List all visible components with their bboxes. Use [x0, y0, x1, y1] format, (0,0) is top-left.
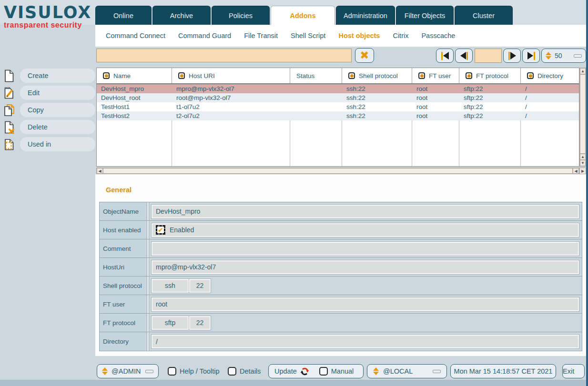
scroll-up-icon[interactable]: ▲: [580, 154, 586, 160]
enabled-checkbox[interactable]: ✔: [156, 225, 165, 235]
vertical-scroll-thumb[interactable]: [580, 74, 586, 154]
column-filter-icon: [178, 72, 185, 79]
objectname-input[interactable]: DevHost_mpro: [151, 204, 579, 219]
hosturi-input[interactable]: mpro@mp-vlx32-ol7: [151, 260, 579, 275]
tab-addons[interactable]: Addons: [271, 6, 335, 25]
subtab-citrix[interactable]: Citrix: [393, 32, 408, 40]
visulox-logo: VISULOX transparent security: [4, 4, 92, 30]
host-enabled-field: ✔Enabled: [151, 223, 579, 238]
main-tab-bar: OnlineArchivePoliciesAddonsAdministratio…: [95, 6, 514, 25]
update-group: Update Manual: [268, 364, 364, 378]
table-cell: [290, 93, 342, 102]
search-input[interactable]: [96, 49, 352, 62]
manual-checkbox[interactable]: [319, 367, 328, 376]
field-label: Host enabled: [100, 221, 147, 239]
field-value-area: /: [149, 332, 582, 351]
scroll-left-icon[interactable]: ◀: [573, 168, 579, 174]
tab-filter-objects[interactable]: Filter Objects: [396, 6, 454, 25]
clear-search-button[interactable]: ✖: [355, 48, 374, 63]
subtab-host-objects[interactable]: Host objects: [338, 32, 380, 40]
table-row-DevHost_mpro[interactable]: DevHost_mprompro@mp-vlx32-ol7ssh:22roots…: [97, 84, 579, 93]
comment-input[interactable]: [151, 241, 579, 256]
help-tooltip-checkbox[interactable]: [168, 367, 176, 376]
tab-cluster[interactable]: Cluster: [455, 6, 513, 25]
tab-policies[interactable]: Policies: [212, 6, 270, 25]
column-header-name[interactable]: Name: [97, 68, 172, 83]
field-value-area: ssh22: [149, 277, 582, 295]
field-label: Comment: [100, 239, 147, 257]
table-cell: TestHost2: [97, 111, 172, 120]
form-row-shell-protocol: Shell protocolssh22: [100, 277, 582, 295]
table-cell: t1-ol7u2: [172, 102, 290, 111]
table-cell: ssh:22: [342, 84, 412, 93]
column-header-directory[interactable]: Directory: [521, 68, 580, 83]
shell-protocol-select[interactable]: ssh: [151, 278, 189, 293]
column-filter-icon: [527, 72, 534, 79]
directory-input[interactable]: /: [151, 334, 579, 349]
tab-online[interactable]: Online: [95, 6, 152, 25]
column-filter-icon: [103, 72, 110, 79]
sidebar-item-used-in[interactable]: Used in: [4, 137, 95, 151]
first-page-button[interactable]: [436, 49, 454, 63]
column-header-host-uri[interactable]: Host URI: [172, 68, 290, 83]
page-size-select[interactable]: 50: [541, 49, 586, 63]
next-page-button[interactable]: [503, 49, 521, 63]
subtab-passcache[interactable]: Passcache: [421, 32, 455, 40]
tab-administration[interactable]: Administration: [336, 6, 395, 25]
subtab-command-guard[interactable]: Command Guard: [178, 32, 231, 40]
column-header-ft-protocol[interactable]: FT protocol: [459, 68, 521, 83]
admin-scope-select[interactable]: @ADMIN: [97, 364, 159, 378]
column-header-shell-protocol[interactable]: Shell protocol: [342, 68, 412, 83]
help-tooltip-option[interactable]: Help / Tooltip: [168, 367, 220, 376]
column-header-label: Host URI: [189, 72, 215, 79]
table-row-TestHost1[interactable]: TestHost1t1-ol7u2ssh:22rootsftp:22/: [97, 102, 579, 111]
refresh-icon: [300, 367, 309, 376]
tab-archive[interactable]: Archive: [152, 6, 211, 25]
sidebar-item-copy[interactable]: Copy: [4, 103, 95, 117]
table-cell: /: [521, 84, 580, 93]
table-empty-area: [97, 120, 579, 166]
sidebar-item-delete[interactable]: Delete: [4, 120, 95, 134]
ft-protocol-port-input[interactable]: 22: [189, 316, 211, 330]
table-cell: sftp:22: [459, 111, 521, 120]
form-row-ft-protocol: FT protocolsftp22: [100, 314, 582, 332]
horizontal-scrollbar[interactable]: ◀ ◀: [96, 168, 579, 174]
table-cell: TestHost1: [97, 102, 172, 111]
table-row-DevHost_root[interactable]: DevHost_rootroot@mp-vlx32-ol7ssh:22roots…: [97, 93, 579, 102]
form-row-objectname: ObjectNameDevHost_mpro: [100, 202, 582, 221]
details-checkbox[interactable]: [228, 367, 236, 376]
details-option[interactable]: Details: [228, 367, 261, 376]
field-label: Directory: [100, 332, 147, 351]
exit-button[interactable]: Exit: [562, 364, 585, 378]
ft-protocol-select[interactable]: sftp: [151, 316, 189, 330]
first-page-icon: [441, 52, 443, 60]
subtab-file-transit[interactable]: File Transit: [244, 32, 278, 40]
scroll-left-icon[interactable]: ◀: [97, 168, 103, 174]
scroll-right-icon[interactable]: ▶: [579, 168, 586, 174]
scroll-down-icon[interactable]: ▼: [580, 160, 586, 166]
update-button[interactable]: Update: [274, 367, 297, 375]
field-value-area: root: [149, 295, 582, 313]
column-header-status[interactable]: Status: [290, 68, 342, 83]
sidebar-item-edit[interactable]: Edit: [4, 86, 95, 100]
subtab-command-connect[interactable]: Command Connect: [106, 32, 165, 40]
table-cell: root: [412, 93, 459, 102]
scroll-up-icon[interactable]: ▲: [580, 68, 586, 74]
host-objects-table: NameHost URIStatusShell protocolFT userF…: [96, 68, 579, 167]
shell-protocol-port-input[interactable]: 22: [189, 278, 211, 293]
sidebar-item-create[interactable]: Create: [4, 69, 95, 83]
table-cell: sftp:22: [459, 93, 521, 102]
previous-page-button[interactable]: [455, 49, 473, 63]
table-cell: mpro@mp-vlx32-ol7: [172, 84, 290, 93]
vertical-scrollbar[interactable]: ▲ ▲ ▼: [579, 68, 586, 167]
ft-user-input[interactable]: root: [151, 297, 579, 312]
local-scope-select[interactable]: @LOCAL: [367, 364, 447, 378]
usedin-doc-icon: [4, 138, 16, 151]
table-row-TestHost2[interactable]: TestHost2t2-ol7u2ssh:22rootsftp:22/: [97, 111, 579, 120]
field-label: FT user: [100, 295, 147, 313]
last-page-button[interactable]: [522, 49, 540, 63]
page-number-input[interactable]: [475, 49, 502, 63]
subtab-shell-script[interactable]: Shell Script: [291, 32, 325, 40]
column-header-ft-user[interactable]: FT user: [412, 68, 459, 83]
horizontal-scroll-thumb[interactable]: [103, 168, 573, 174]
